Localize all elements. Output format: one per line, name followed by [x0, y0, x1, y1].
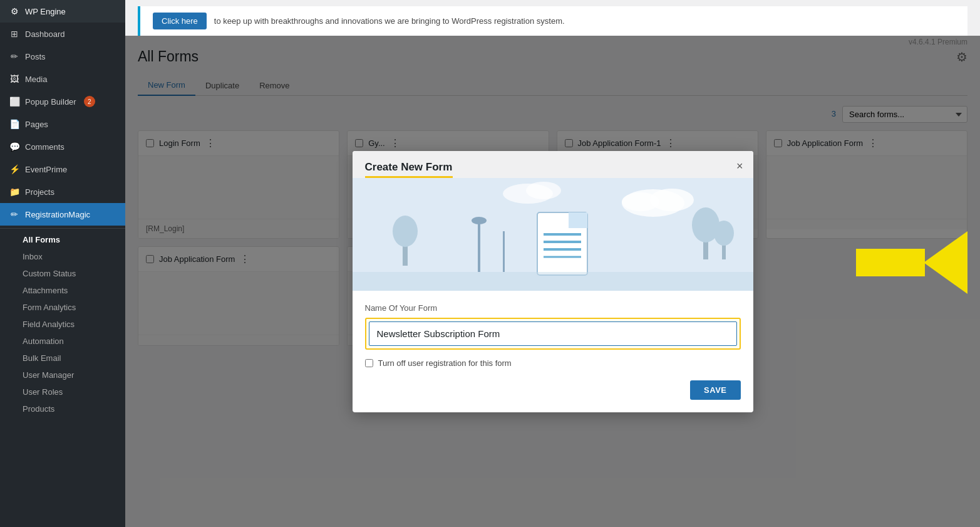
sidebar-sub-user-manager[interactable]: User Manager — [0, 367, 125, 384]
popup-badge: 2 — [84, 96, 95, 107]
svg-rect-12 — [478, 222, 480, 272]
sidebar-item-posts[interactable]: ✏ Posts — [0, 45, 125, 68]
registration-checkbox-row: Turn off user registration for this form — [365, 358, 741, 368]
modal-body: Name Of Your Form Turn off user registra… — [353, 291, 753, 380]
dashboard-icon: ⊞ — [9, 28, 20, 39]
sidebar-label: WP Engine — [25, 7, 66, 16]
turn-off-registration-checkbox[interactable] — [365, 359, 373, 367]
notice-text: to keep up with breakthroughs and innova… — [214, 16, 565, 26]
svg-point-9 — [714, 221, 734, 246]
sidebar-sub-form-analytics[interactable]: Form Analytics — [0, 299, 125, 316]
modal-footer: SAVE — [353, 380, 753, 412]
sidebar-sub-all-forms[interactable]: All Forms — [0, 231, 125, 248]
modal-title: Create New Form — [365, 161, 741, 174]
sub-label: Custom Status — [23, 269, 76, 278]
sidebar-sub-attachments[interactable]: Attachments — [0, 282, 125, 299]
notice-click-here-button[interactable]: Click here — [153, 13, 207, 29]
svg-point-3 — [622, 192, 659, 211]
sub-label: Field Analytics — [23, 320, 75, 329]
comments-icon: 💬 — [9, 141, 20, 152]
form-name-input[interactable] — [369, 321, 737, 346]
arrow-annotation — [856, 231, 967, 294]
arrow-head — [924, 231, 967, 294]
sub-label: User Manager — [23, 370, 74, 380]
sub-label: Automation — [23, 337, 64, 346]
svg-point-5 — [526, 182, 561, 199]
modal-illustration — [353, 178, 753, 291]
svg-rect-14 — [503, 231, 505, 272]
svg-rect-21 — [353, 272, 753, 291]
sub-label: Bulk Email — [23, 353, 61, 363]
sidebar-sub-products[interactable]: Products — [0, 400, 125, 417]
sidebar-label: Posts — [25, 52, 46, 61]
sidebar-label: Comments — [25, 142, 64, 152]
modal-header: Create New Form × — [353, 151, 753, 178]
content-area: All Forms ⚙ New Form Duplicate Remove 3 … — [125, 36, 980, 527]
save-button[interactable]: SAVE — [690, 380, 740, 400]
sidebar-label: RegistrationMagic — [25, 210, 90, 219]
sidebar-label: EventPrime — [25, 165, 67, 174]
main-content: Click here to keep up with breakthroughs… — [125, 0, 980, 527]
svg-point-11 — [393, 216, 418, 247]
arrow-body — [856, 249, 925, 276]
yellow-arrow — [856, 231, 967, 294]
sub-label: Inbox — [23, 252, 43, 261]
regmagic-icon: ✏ — [9, 209, 20, 220]
form-name-input-wrap — [365, 318, 741, 350]
sub-label: Products — [23, 404, 54, 414]
svg-marker-16 — [569, 212, 587, 228]
sidebar-item-projects[interactable]: 📁 Projects — [0, 180, 125, 203]
notice-bar: Click here to keep up with breakthroughs… — [138, 6, 967, 36]
sidebar-label: Media — [25, 75, 47, 84]
popup-icon: ⬜ — [9, 96, 20, 107]
sub-label: Attachments — [23, 286, 68, 295]
pages-icon: 📄 — [9, 118, 20, 130]
sidebar-item-dashboard[interactable]: ⊞ Dashboard — [0, 23, 125, 45]
sidebar-label: Popup Builder — [25, 97, 76, 107]
sidebar-sub-custom-status[interactable]: Custom Status — [0, 265, 125, 282]
sidebar-item-eventprime[interactable]: ⚡ EventPrime — [0, 158, 125, 180]
sidebar: ⚙ WP Engine ⊞ Dashboard ✏ Posts 🖼 Media … — [0, 0, 125, 527]
sidebar-sub-user-roles[interactable]: User Roles — [0, 384, 125, 400]
media-icon: 🖼 — [9, 73, 20, 85]
sub-label: User Roles — [23, 387, 63, 397]
modal-close-button[interactable]: × — [736, 160, 743, 173]
sidebar-label: Dashboard — [25, 29, 65, 39]
sidebar-label: Pages — [25, 120, 48, 129]
sidebar-divider — [0, 228, 125, 229]
projects-icon: 📁 — [9, 186, 20, 197]
sidebar-item-popup-builder[interactable]: ⬜ Popup Builder 2 — [0, 90, 125, 113]
sub-label: Form Analytics — [23, 303, 76, 312]
form-name-label: Name Of Your Form — [365, 303, 741, 313]
sidebar-sub-field-analytics[interactable]: Field Analytics — [0, 316, 125, 333]
turn-off-registration-label: Turn off user registration for this form — [378, 358, 512, 368]
sidebar-item-media[interactable]: 🖼 Media — [0, 68, 125, 90]
posts-icon: ✏ — [9, 51, 20, 62]
sidebar-item-pages[interactable]: 📄 Pages — [0, 113, 125, 135]
sidebar-sub-inbox[interactable]: Inbox — [0, 248, 125, 265]
sidebar-sub-automation[interactable]: Automation — [0, 333, 125, 350]
eventprime-icon: ⚡ — [9, 164, 20, 175]
illustration-svg — [353, 178, 753, 291]
sidebar-item-wp-engine[interactable]: ⚙ WP Engine — [0, 0, 125, 23]
sub-label: All Forms — [23, 235, 60, 244]
wp-engine-icon: ⚙ — [9, 6, 20, 17]
modal-create-form: Create New Form × — [353, 151, 753, 412]
sidebar-item-comments[interactable]: 💬 Comments — [0, 135, 125, 158]
sidebar-sub-bulk-email[interactable]: Bulk Email — [0, 350, 125, 367]
modal-overlay: Create New Form × — [125, 36, 980, 527]
svg-point-13 — [472, 217, 487, 224]
sidebar-label: Projects — [25, 187, 54, 197]
sidebar-item-registrationmagic[interactable]: ✏ RegistrationMagic — [0, 203, 125, 226]
